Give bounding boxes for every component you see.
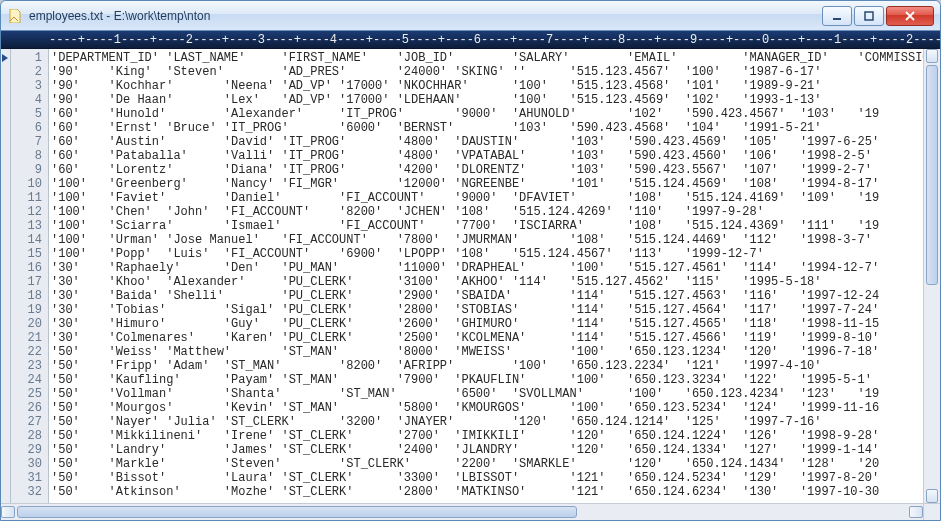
- line-number[interactable]: 6: [13, 121, 42, 135]
- line-number[interactable]: 9: [13, 163, 42, 177]
- line-number[interactable]: 12: [13, 205, 42, 219]
- text-line[interactable]: '100' 'Faviet' 'Daniel' 'FI_ACCOUNT' '90…: [51, 191, 923, 205]
- text-line[interactable]: '50' 'Mikkilineni' 'Irene' 'ST_CLERK' '2…: [51, 429, 923, 443]
- line-number[interactable]: 11: [13, 191, 42, 205]
- text-line[interactable]: '50' 'Vollman' 'Shanta' 'ST_MAN' '6500' …: [51, 387, 923, 401]
- vertical-scroll-thumb[interactable]: [926, 65, 938, 285]
- line-number[interactable]: 28: [13, 429, 42, 443]
- editor-area: 1234567891011121314151617181920212223242…: [1, 49, 940, 503]
- text-line[interactable]: '30' 'Raphaely' 'Den' 'PU_MAN' '11000' '…: [51, 261, 923, 275]
- line-number[interactable]: 24: [13, 373, 42, 387]
- line-number[interactable]: 30: [13, 457, 42, 471]
- text-line[interactable]: '60' 'Austin' 'David' 'IT_PROG' '4800' '…: [51, 135, 923, 149]
- svg-rect-1: [865, 12, 873, 20]
- line-number[interactable]: 19: [13, 303, 42, 317]
- line-number[interactable]: 27: [13, 415, 42, 429]
- text-line[interactable]: '50' 'Fripp' 'Adam' 'ST_MAN' '8200' 'AFR…: [51, 359, 923, 373]
- titlebar[interactable]: employees.txt - E:\work\temp\nton: [1, 1, 940, 31]
- text-line[interactable]: '60' 'Ernst' 'Bruce' 'IT_PROG' '6000' 'B…: [51, 121, 923, 135]
- line-number[interactable]: 8: [13, 149, 42, 163]
- line-number[interactable]: 15: [13, 247, 42, 261]
- text-line[interactable]: '60' 'Pataballa' 'Valli' 'IT_PROG' '4800…: [51, 149, 923, 163]
- file-icon: [7, 8, 23, 24]
- line-number[interactable]: 25: [13, 387, 42, 401]
- text-line[interactable]: '90' 'De Haan' 'Lex' 'AD_VP' '17000' 'LD…: [51, 93, 923, 107]
- line-number[interactable]: 31: [13, 471, 42, 485]
- horizontal-scrollbar[interactable]: [1, 503, 940, 520]
- line-number[interactable]: 20: [13, 317, 42, 331]
- minimize-button[interactable]: [822, 6, 852, 26]
- window-title: employees.txt - E:\work\temp\nton: [29, 9, 822, 23]
- text-line[interactable]: '100' 'Greenberg' 'Nancy' 'FI_MGR' '1200…: [51, 177, 923, 191]
- line-number[interactable]: 1: [13, 51, 42, 65]
- text-line[interactable]: '90' 'Kochhar' 'Neena' 'AD_VP' '17000' '…: [51, 79, 923, 93]
- current-line-marker-icon: [2, 54, 8, 62]
- line-number[interactable]: 5: [13, 107, 42, 121]
- scroll-up-arrow-icon[interactable]: [926, 49, 938, 63]
- close-button[interactable]: [886, 6, 934, 26]
- text-line[interactable]: '90' 'King' 'Steven' 'AD_PRES' '24000' '…: [51, 65, 923, 79]
- line-number[interactable]: 26: [13, 401, 42, 415]
- text-line[interactable]: '30' 'Baida' 'Shelli' 'PU_CLERK' '2900' …: [51, 289, 923, 303]
- line-number[interactable]: 32: [13, 485, 42, 499]
- marker-column: [1, 49, 11, 503]
- line-number[interactable]: 29: [13, 443, 42, 457]
- scroll-down-arrow-icon[interactable]: [926, 489, 938, 503]
- line-number[interactable]: 17: [13, 275, 42, 289]
- line-number[interactable]: 14: [13, 233, 42, 247]
- text-line[interactable]: '50' 'Landry' 'James' 'ST_CLERK' '2400' …: [51, 443, 923, 457]
- line-number[interactable]: 21: [13, 331, 42, 345]
- text-line[interactable]: '50' 'Nayer' 'Julia' 'ST_CLERK' '3200' '…: [51, 415, 923, 429]
- scroll-left-arrow-icon[interactable]: [1, 506, 15, 518]
- text-line[interactable]: '50' 'Weiss' 'Matthew' 'ST_MAN' '8000' '…: [51, 345, 923, 359]
- text-line[interactable]: '50' 'Kaufling' 'Payam' 'ST_MAN' '7900' …: [51, 373, 923, 387]
- app-window: employees.txt - E:\work\temp\nton ----+-…: [0, 0, 941, 521]
- text-line[interactable]: '100' 'Chen' 'John' 'FI_ACCOUNT' '8200' …: [51, 205, 923, 219]
- line-number[interactable]: 7: [13, 135, 42, 149]
- text-line[interactable]: '50' 'Mourgos' 'Kevin' 'ST_MAN' '5800' '…: [51, 401, 923, 415]
- text-line[interactable]: '30' 'Khoo' 'Alexander' 'PU_CLERK' '3100…: [51, 275, 923, 289]
- line-number[interactable]: 18: [13, 289, 42, 303]
- text-line[interactable]: '30' 'Colmenares' 'Karen' 'PU_CLERK' '25…: [51, 331, 923, 345]
- text-line[interactable]: '30' 'Himuro' 'Guy' 'PU_CLERK' '2600' 'G…: [51, 317, 923, 331]
- text-line[interactable]: '60' 'Lorentz' 'Diana' 'IT_PROG' '4200' …: [51, 163, 923, 177]
- vertical-scrollbar[interactable]: [923, 49, 940, 503]
- text-line[interactable]: '50' 'Bissot' 'Laura' 'ST_CLERK' '3300' …: [51, 471, 923, 485]
- text-line[interactable]: '100' 'Popp' 'Luis' 'FI_ACCOUNT' '6900' …: [51, 247, 923, 261]
- line-number[interactable]: 3: [13, 79, 42, 93]
- svg-rect-0: [833, 18, 841, 20]
- text-content[interactable]: 'DEPARTMENT_ID' 'LAST_NAME' 'FIRST_NAME'…: [49, 49, 923, 503]
- line-number[interactable]: 22: [13, 345, 42, 359]
- column-ruler: ----+----1----+----2----+----3----+----4…: [1, 31, 940, 49]
- line-number[interactable]: 16: [13, 261, 42, 275]
- scroll-right-arrow-icon[interactable]: [909, 506, 923, 518]
- scroll-corner: [923, 504, 940, 520]
- text-line[interactable]: '100' 'Sciarra' 'Ismael' 'FI_ACCOUNT' '7…: [51, 219, 923, 233]
- text-line[interactable]: '30' 'Tobias' 'Sigal' 'PU_CLERK' '2800' …: [51, 303, 923, 317]
- text-line[interactable]: '60' 'Hunold' 'Alexander' 'IT_PROG' '900…: [51, 107, 923, 121]
- line-number[interactable]: 23: [13, 359, 42, 373]
- line-number-gutter[interactable]: 1234567891011121314151617181920212223242…: [11, 49, 49, 503]
- text-line[interactable]: 'DEPARTMENT_ID' 'LAST_NAME' 'FIRST_NAME'…: [51, 51, 923, 65]
- text-line[interactable]: '50' 'Atkinson' 'Mozhe' 'ST_CLERK' '2800…: [51, 485, 923, 499]
- text-line[interactable]: '50' 'Markle' 'Steven' 'ST_CLERK' '2200'…: [51, 457, 923, 471]
- window-buttons: [822, 6, 934, 26]
- text-line[interactable]: '100' 'Urman' 'Jose Manuel' 'FI_ACCOUNT'…: [51, 233, 923, 247]
- line-number[interactable]: 2: [13, 65, 42, 79]
- line-number[interactable]: 10: [13, 177, 42, 191]
- maximize-button[interactable]: [854, 6, 884, 26]
- line-number[interactable]: 4: [13, 93, 42, 107]
- horizontal-scroll-thumb[interactable]: [17, 506, 577, 518]
- line-number[interactable]: 13: [13, 219, 42, 233]
